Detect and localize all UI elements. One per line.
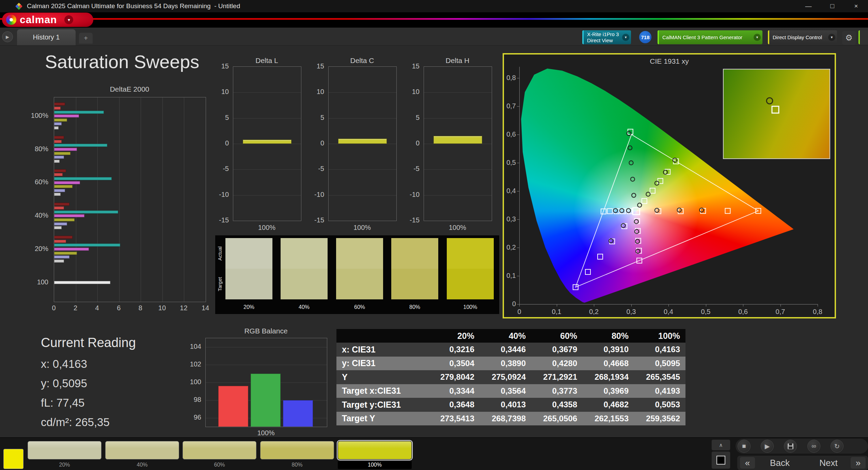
gridline (184, 97, 184, 302)
table-cell: 259,3562 (634, 414, 685, 423)
patch-button-20%[interactable]: 20% (28, 438, 101, 470)
table-row: y: CIE310,35040,38900,42800,46680,5095 (336, 357, 685, 371)
x-tick-label: 0,3 (621, 308, 642, 316)
table-cell: 279,8042 (428, 372, 480, 382)
last-page-button[interactable]: » (851, 457, 866, 469)
patch-button-60%[interactable]: 60% (183, 438, 256, 470)
meter-stripe (582, 30, 584, 44)
maximize-button[interactable]: □ (820, 0, 844, 12)
deltae-bar (54, 140, 62, 143)
refresh-button[interactable]: ↻ (831, 440, 843, 453)
pattern-generator-dropdown[interactable]: CalMAN Client 3 Pattern Generator ▾ (658, 30, 762, 44)
table-cell: 0,4280 (531, 359, 583, 368)
meter-dropdown[interactable]: X-Rite i1Pro 3 Direct View ▾ (582, 30, 631, 44)
y-tick-label: 96 (185, 413, 201, 421)
x-tick-label: 8 (132, 304, 149, 312)
deltae-bar (54, 226, 62, 229)
y-tick-label: -5 (212, 165, 229, 173)
settings-button[interactable]: ⚙ (842, 31, 856, 45)
delta-c-title: Delta C (328, 57, 396, 65)
y-tick-label: 15 (308, 62, 324, 70)
rgb-bar-blue (283, 400, 313, 427)
close-icon: × (854, 2, 858, 10)
y-tick-label: 0,1 (504, 272, 516, 280)
x-tick-label: 12 (175, 304, 192, 312)
patch-button-label: 60% (183, 461, 256, 469)
patch-button-80%[interactable]: 80% (260, 438, 334, 470)
app-icon (15, 2, 22, 10)
gridline (424, 92, 492, 93)
x-tick-label: 0,4 (658, 308, 679, 316)
table-cell: 0,3216 (428, 345, 480, 354)
first-page-button[interactable]: « (740, 457, 755, 469)
patch-label: 20% (225, 304, 272, 310)
y-tick-label: 10 (212, 88, 229, 96)
save-button[interactable] (784, 440, 797, 453)
delta-c-plot-area (328, 66, 397, 221)
close-button[interactable]: × (844, 0, 868, 12)
x-tick (818, 304, 818, 307)
table-cell: 0,3910 (583, 345, 634, 354)
measured-marker (635, 239, 640, 244)
x-tick-label: 6 (110, 304, 127, 312)
y-tick-label: 0,2 (504, 244, 516, 251)
y-tick-label: 98 (185, 396, 201, 404)
meter-line2: Direct View (587, 37, 619, 44)
patch-label: 40% (281, 304, 328, 310)
patch-button-label: 20% (28, 461, 101, 469)
measurement-table: 20%40%60%80%100%x: CIE310,32160,34460,36… (336, 329, 685, 425)
cie-x-axis: 00,10,20,30,40,50,60,70,8 (519, 304, 819, 318)
add-tab-button[interactable]: + (79, 33, 93, 44)
x-tick-label: 14 (197, 304, 214, 312)
patch-column: 60% (336, 235, 383, 314)
deltae-bar (54, 107, 61, 110)
pattern-window-button[interactable] (711, 451, 730, 469)
collapse-panel-button[interactable]: ∧ (711, 439, 730, 451)
table-cell: 0,3564 (480, 386, 531, 396)
y-tick (517, 248, 519, 248)
table-cell: 265,3545 (634, 372, 685, 382)
patch-button-100%[interactable]: 100% (338, 438, 412, 470)
table-cell: 0,3504 (428, 359, 480, 368)
tab-history-1[interactable]: History 1 (17, 29, 76, 45)
table-cell: 0,4193 (634, 386, 685, 396)
gridline (233, 195, 301, 195)
next-button[interactable]: Next (806, 457, 851, 469)
patch-target-swatch (225, 269, 272, 299)
deltae-bar (54, 185, 73, 188)
patch-button-40%[interactable]: 40% (105, 438, 179, 470)
stop-button[interactable]: ■ (738, 440, 751, 453)
gridline (76, 97, 76, 302)
current-reading-values: x: 0,4163y: 0,5095fL: 77,45cd/m²: 265,35 (41, 358, 184, 439)
patch-target-swatch (281, 269, 328, 299)
table-cell: 273,5413 (428, 414, 480, 423)
tab-scroll-button[interactable]: ▶ (2, 31, 13, 42)
play-button[interactable]: ▶ (761, 440, 774, 453)
cie-y-axis: 0,80,70,60,50,40,30,20,10 (504, 67, 519, 304)
target-marker (642, 199, 647, 204)
target-marker (650, 188, 655, 193)
x-tick (780, 304, 781, 307)
y-tick (517, 219, 519, 220)
gridline (162, 97, 163, 302)
bottom-bar: 20%40%60%80%100% ∧ ■ ▶ ∞ ↻ « Back Next » (0, 437, 868, 470)
deltae-bar (54, 148, 77, 151)
calman-menu-button[interactable]: calman ▾ (2, 13, 93, 27)
back-button[interactable]: Back (756, 457, 804, 469)
table-cell: 271,2921 (531, 372, 583, 382)
table-row: Target x:CIE310,33440,35640,37730,39690,… (336, 384, 685, 398)
link-button[interactable]: ∞ (807, 440, 820, 453)
display-control-dropdown[interactable]: Direct Display Control ▾ (768, 30, 837, 44)
patch-actual-swatch (281, 238, 328, 269)
edge-panel-button[interactable] (858, 30, 868, 44)
meter-status-badge[interactable]: 718 (639, 31, 651, 43)
gridline (206, 347, 327, 347)
deltae-bar (54, 244, 120, 247)
deltae-bar (54, 181, 80, 184)
rgb-x-label: 100% (205, 429, 327, 437)
minimize-button[interactable]: — (796, 0, 820, 12)
rainbow-accent-line (0, 18, 868, 20)
patch-column: 80% (391, 235, 438, 314)
tab-label: History 1 (33, 33, 60, 41)
rgb-balance-title: RGB Balance (205, 327, 327, 335)
